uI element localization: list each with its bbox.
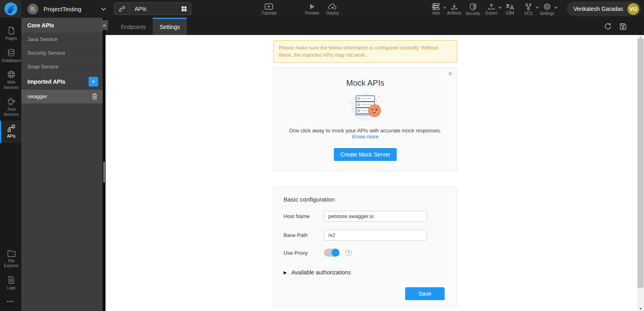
available-authorizations-toggle[interactable]: ▶ Available authorizations (284, 269, 447, 276)
jobs-label: Jobs (431, 11, 440, 15)
tutorials-icon (265, 3, 273, 10)
artifacts-button[interactable]: Artifacts (445, 0, 464, 18)
core-api-soap-service[interactable]: Soap Service (21, 60, 103, 74)
sidebar-item-java-services[interactable]: Java Services (0, 94, 21, 121)
topbar-center-actions: Tutorials Preview Deploy (258, 0, 343, 18)
use-proxy-toggle[interactable] (324, 249, 339, 257)
host-name-input[interactable] (324, 211, 427, 222)
vcs-button[interactable]: VCS (519, 0, 538, 18)
sidebar-item-logs[interactable]: Logs (0, 272, 21, 295)
chevron-down-icon (554, 6, 557, 10)
main-scrollbar[interactable]: ▲ ▼ (637, 35, 644, 311)
preview-button[interactable]: Preview (301, 0, 323, 18)
sidebar-item-databases[interactable]: Databases (0, 45, 21, 67)
grid-icon[interactable] (181, 6, 191, 12)
use-proxy-row: Use Proxy ? (284, 249, 447, 257)
sidebar-item-label: File Explorer (2, 259, 20, 269)
main-area: Endpoints Settings Please make sure the … (106, 18, 644, 311)
mock-apis-title: Mock APIs (284, 78, 447, 88)
add-api-button[interactable]: + (89, 77, 98, 87)
scrollbar-thumb[interactable] (638, 39, 644, 288)
user-menu[interactable]: Venkatesh Garadas VG (567, 2, 641, 16)
resource-selector[interactable]: APIs (114, 2, 191, 15)
more-options-icon[interactable]: ••• (0, 294, 21, 311)
security-label: Security (466, 11, 480, 16)
sidebar-item-label: APIs (7, 134, 15, 139)
sidebar-item-label: Logs (7, 286, 16, 291)
security-button[interactable]: Security (464, 0, 482, 18)
sidebar-item-label: Databases (2, 58, 21, 64)
project-selector[interactable]: ProjectTesting (27, 0, 106, 18)
tutorials-button[interactable]: Tutorials (258, 0, 280, 18)
sidebar-item-web-services[interactable]: Web Services (0, 67, 21, 94)
chevron-down-icon (101, 7, 106, 11)
tab-endpoints[interactable]: Endpoints (114, 18, 153, 35)
scroll-down-arrow-icon[interactable]: ▼ (637, 307, 644, 311)
preview-label: Preview (305, 11, 319, 15)
collapse-panel-button[interactable]: « (101, 20, 108, 30)
tab-label: Endpoints (121, 24, 146, 30)
list-item-label: Security Service (27, 50, 65, 56)
deploy-button[interactable]: Deploy (323, 0, 343, 18)
user-name: Venkatesh Garadas (574, 6, 623, 12)
log-file-icon (8, 276, 15, 284)
database-icon (7, 49, 15, 57)
tab-label: Settings (159, 24, 180, 30)
export-label: Export (486, 11, 497, 15)
shield-icon (470, 3, 476, 10)
core-api-java-service[interactable]: Java Service (21, 33, 103, 46)
tutorials-label: Tutorials (261, 11, 277, 15)
panel-scrollbar[interactable] (103, 18, 106, 311)
jobs-button[interactable]: Jobs (427, 0, 445, 18)
gear-icon (543, 3, 551, 10)
i18n-button[interactable]: I18N (501, 0, 519, 18)
basic-configuration-title: Basic configuration (284, 196, 447, 203)
settings-button[interactable]: Settings (538, 0, 556, 18)
sidebar-item-label: Java Services (3, 107, 20, 117)
wavemaker-logo-icon (4, 2, 18, 16)
mock-description-text: One click away to mock your APIs with ac… (289, 128, 441, 134)
help-icon[interactable]: ? (345, 249, 352, 256)
create-mock-server-button[interactable]: Create Mock Server (334, 148, 397, 161)
coffee-icon (7, 97, 16, 105)
list-item-label: Java Service (27, 36, 57, 42)
settings-label: Settings (540, 11, 554, 16)
save-button[interactable]: Save (405, 287, 445, 300)
delete-icon[interactable] (92, 93, 97, 100)
sidebar-item-label: Web Services (3, 80, 20, 90)
sidebar-item-pages[interactable]: Pages (0, 23, 21, 45)
left-sidebar: Pages Databases Web Services Java Servic… (0, 18, 21, 311)
sidebar-item-apis[interactable]: APIs (0, 121, 21, 143)
sidebar-item-file-explorer[interactable]: File Explorer (0, 246, 21, 272)
refresh-icon[interactable] (604, 23, 612, 30)
mock-apis-description: One click away to mock your APIs with ac… (284, 128, 447, 140)
download-icon (451, 3, 458, 10)
know-more-link[interactable]: Know more (352, 134, 379, 140)
i18n-label: I18N (505, 11, 514, 15)
expand-arrow-icon: ▶ (284, 270, 287, 275)
tab-actions (604, 18, 627, 35)
close-icon[interactable]: × (448, 70, 452, 78)
translate-icon (505, 3, 514, 10)
mock-apis-card: × Mock APIs (273, 68, 457, 171)
page-icon (8, 27, 15, 35)
base-path-input[interactable] (324, 230, 427, 241)
app-logo[interactable] (0, 0, 21, 18)
basic-configuration-card: Basic configuration Host Name Base Path … (273, 187, 457, 307)
panel-scrollbar-thumb[interactable] (104, 162, 105, 183)
vcs-label: VCS (524, 11, 533, 16)
deploy-cloud-icon (328, 3, 337, 10)
export-button[interactable]: Export (482, 0, 501, 18)
api-list-panel: Core APIs Java Service Security Service … (21, 18, 103, 311)
project-icon (27, 4, 38, 14)
core-api-security-service[interactable]: Security Service (21, 46, 103, 60)
save-icon[interactable] (619, 23, 627, 30)
host-name-label: Host Name (284, 213, 324, 219)
use-proxy-label: Use Proxy (284, 250, 324, 256)
top-bar: ProjectTesting APIs Tutorials (0, 0, 644, 18)
imported-api-swagger[interactable]: swagger (21, 90, 103, 103)
folder-icon (7, 250, 16, 257)
warning-banner: Please make sure the below information i… (273, 40, 457, 63)
tab-settings[interactable]: Settings (153, 18, 187, 35)
api-node-icon (7, 124, 15, 132)
